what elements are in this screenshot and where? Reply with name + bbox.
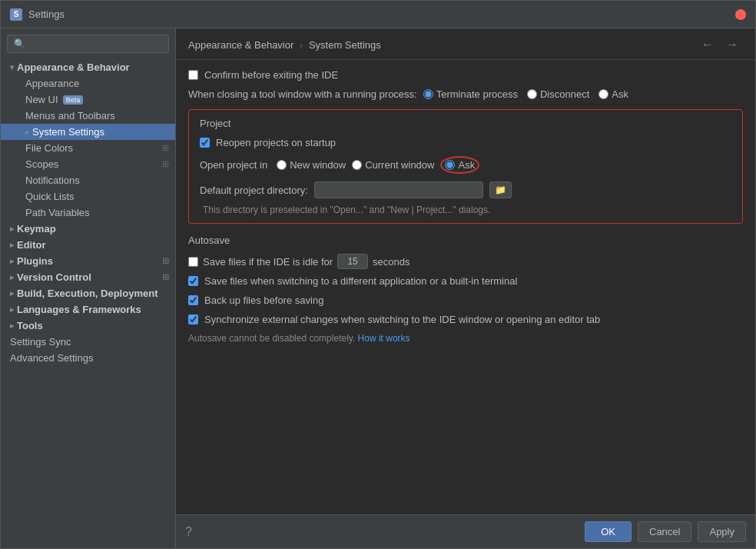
reopen-checkbox[interactable]: [200, 138, 210, 148]
sidebar-item-label: Appearance: [25, 78, 79, 89]
idle-row: Save files if the IDE is idle for second…: [188, 254, 743, 269]
sidebar-item-scopes[interactable]: Scopes ⊞: [1, 156, 175, 172]
current-window-option: Current window: [352, 159, 434, 171]
cannot-disable-text: Autosave cannot be disabled completely. …: [188, 333, 743, 344]
sidebar-item-label: New UI: [25, 94, 58, 105]
sidebar-item-label: Appearance & Behavior: [17, 62, 130, 73]
dir-hint: This directory is preselected in "Open..…: [203, 205, 731, 215]
sidebar-item-file-colors[interactable]: File Colors ⊞: [1, 140, 175, 156]
sidebar-item-tools[interactable]: ▸ Tools: [1, 318, 175, 334]
sidebar-item-label: Notifications: [25, 175, 80, 186]
vc-icon: ⊞: [162, 272, 169, 282]
back-button[interactable]: ←: [697, 36, 718, 53]
search-input[interactable]: [7, 35, 169, 53]
collapse-arrow: ▾: [10, 63, 14, 72]
disconnect-radio[interactable]: [527, 89, 537, 99]
sidebar-item-version-control[interactable]: ▸ Version Control ⊞: [1, 269, 175, 285]
close-button[interactable]: [735, 9, 746, 20]
new-window-label: New window: [290, 159, 346, 171]
how-it-works-link[interactable]: How it works: [358, 333, 410, 344]
confirm-exit-checkbox[interactable]: [188, 70, 198, 80]
autosave-section: Autosave Save files if the IDE is idle f…: [188, 235, 743, 344]
dir-input[interactable]: [314, 181, 483, 198]
sidebar-item-keymap[interactable]: ▸ Keymap: [1, 221, 175, 237]
footer-buttons: OK Cancel Apply: [585, 521, 746, 542]
sidebar-item-label: File Colors: [25, 142, 73, 154]
cancel-button[interactable]: Cancel: [638, 521, 691, 542]
forward-button[interactable]: →: [721, 36, 743, 53]
breadcrumb-current: System Settings: [309, 39, 381, 51]
content-area: Confirm before exiting the IDE When clos…: [176, 60, 755, 514]
plugins-icon: ⊞: [162, 256, 169, 266]
sidebar-item-editor[interactable]: ▸ Editor: [1, 237, 175, 253]
window-body: ▾ Appearance & Behavior Appearance New U…: [1, 28, 755, 548]
sidebar-item-label: Keymap: [17, 223, 56, 235]
idle-input[interactable]: [337, 254, 368, 269]
terminate-radio[interactable]: [423, 89, 433, 99]
sidebar-item-new-ui[interactable]: New UI Beta: [1, 92, 175, 108]
project-section-title: Project: [200, 118, 731, 129]
sidebar-item-path-variables[interactable]: Path Variables: [1, 205, 175, 221]
sidebar-item-label: Tools: [17, 320, 43, 331]
new-window-radio[interactable]: [277, 160, 287, 170]
ask-option: Ask: [598, 88, 628, 100]
reopen-row: Reopen projects on startup: [200, 137, 731, 148]
sidebar-item-label: Plugins: [17, 255, 53, 267]
help-button[interactable]: ?: [185, 525, 192, 539]
expand-arrow: ▸: [25, 128, 29, 136]
expand-arrow-keymap: ▸: [10, 225, 14, 233]
ask-radio[interactable]: [598, 89, 608, 99]
ask-project-radio[interactable]: [445, 160, 455, 170]
sync-row: Synchronize external changes when switch…: [188, 314, 743, 325]
settings-gear-icon-2: ⊞: [162, 159, 169, 169]
sidebar-item-label: Editor: [17, 239, 46, 251]
sync-label: Synchronize external changes when switch…: [204, 314, 600, 325]
confirm-exit-row: Confirm before exiting the IDE: [188, 69, 743, 81]
apply-button[interactable]: Apply: [698, 521, 746, 542]
current-window-label: Current window: [365, 159, 434, 171]
current-window-radio[interactable]: [352, 160, 362, 170]
main-content: Appearance & Behavior › System Settings …: [176, 28, 755, 548]
sidebar-item-build[interactable]: ▸ Build, Execution, Deployment: [1, 285, 175, 301]
autosave-title: Autosave: [188, 235, 743, 246]
sidebar-item-languages[interactable]: ▸ Languages & Frameworks: [1, 301, 175, 318]
sidebar-item-label: Version Control: [17, 271, 91, 283]
reopen-label: Reopen projects on startup: [216, 137, 336, 148]
sidebar-item-quick-lists[interactable]: Quick Lists: [1, 188, 175, 205]
ok-button[interactable]: OK: [585, 521, 632, 542]
idle-checkbox[interactable]: [188, 257, 198, 267]
window-title: Settings: [28, 8, 735, 20]
sidebar-item-plugins[interactable]: ▸ Plugins ⊞: [1, 253, 175, 269]
sidebar-item-advanced-settings[interactable]: Advanced Settings: [1, 350, 175, 366]
new-window-option: New window: [277, 159, 346, 171]
ask-circle-highlight: Ask: [440, 156, 479, 174]
backup-checkbox[interactable]: [188, 295, 198, 305]
nav-buttons: ← →: [697, 36, 743, 53]
expand-arrow-build: ▸: [10, 289, 14, 298]
sidebar-item-notifications[interactable]: Notifications: [1, 172, 175, 188]
expand-arrow-plugins: ▸: [10, 257, 14, 265]
ask-project-option: Ask: [440, 156, 479, 174]
sidebar-item-system-settings[interactable]: ▸ System Settings: [1, 124, 175, 140]
new-ui-label-group: New UI Beta: [25, 94, 83, 105]
sidebar-item-menus-toolbars[interactable]: Menus and Toolbars: [1, 108, 175, 124]
window-controls: [735, 9, 746, 20]
open-project-row: Open project in New window Current windo…: [200, 156, 731, 174]
dir-browse-button[interactable]: 📁: [489, 181, 512, 198]
sync-checkbox[interactable]: [188, 314, 198, 324]
sidebar-item-settings-sync[interactable]: Settings Sync: [1, 334, 175, 350]
sidebar-item-appearance-behavior[interactable]: ▾ Appearance & Behavior: [1, 59, 175, 75]
breadcrumb-separator: ›: [300, 39, 303, 51]
title-bar: S Settings: [1, 1, 755, 28]
cannot-disable-label: Autosave cannot be disabled completely.: [188, 333, 355, 344]
terminate-label: Terminate process: [436, 88, 518, 100]
sidebar-item-label: Path Variables: [25, 207, 90, 218]
expand-arrow-vc: ▸: [10, 273, 14, 281]
sidebar-item-appearance[interactable]: Appearance: [1, 75, 175, 92]
switch-app-checkbox[interactable]: [188, 276, 198, 286]
sidebar-item-label: Advanced Settings: [10, 352, 93, 364]
terminate-option: Terminate process: [423, 88, 518, 100]
closing-tool-window-row: When closing a tool window with a runnin…: [188, 88, 743, 100]
sidebar: ▾ Appearance & Behavior Appearance New U…: [1, 28, 176, 548]
disconnect-label: Disconnect: [540, 88, 589, 100]
